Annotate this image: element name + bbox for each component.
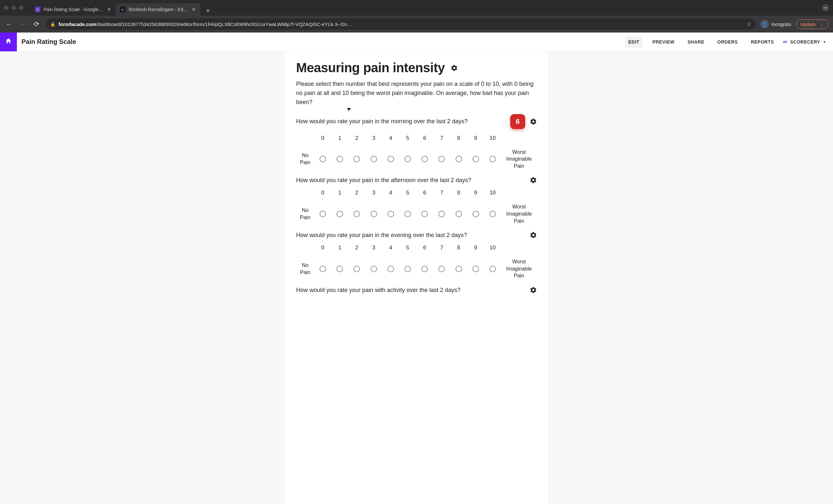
window-menu-button[interactable]: ▾	[822, 4, 829, 11]
bookmark-star-icon[interactable]: ☆	[746, 21, 751, 28]
radio-option[interactable]	[319, 156, 326, 162]
radio-option[interactable]	[473, 156, 479, 162]
radio-option[interactable]	[473, 266, 479, 272]
brand-menu[interactable]: ∞ SCORECERY ▼	[783, 39, 827, 45]
caret-down-icon: ▼	[823, 40, 827, 44]
scale-number: 4	[382, 245, 399, 251]
radio-cell	[484, 266, 501, 272]
nav-tab-reports[interactable]: REPORTS	[747, 36, 777, 48]
forward-button[interactable]: →	[18, 20, 27, 29]
scale-grid: 012345678910No PainWorst Imaginable Pain	[296, 190, 537, 224]
incognito-indicator[interactable]: 👤 Incognito	[760, 20, 791, 28]
radio-option[interactable]	[473, 211, 479, 217]
reload-button[interactable]: ⟳	[32, 20, 41, 29]
question-settings-button[interactable]	[530, 286, 537, 294]
radio-cell	[348, 266, 365, 272]
radio-cell	[331, 156, 348, 162]
radio-option[interactable]	[404, 156, 411, 162]
question-row: How would you rate your pain in the morn…	[296, 114, 537, 129]
section-title: Measuring pain intensity	[296, 60, 445, 75]
tab-title: Boobesh Ramalingam - Editor	[129, 7, 188, 12]
radio-option[interactable]	[387, 211, 394, 217]
scale-number: 0	[314, 135, 331, 142]
nav-tab-orders[interactable]: ORDERS	[714, 36, 741, 48]
radio-cell	[348, 156, 365, 162]
traffic-close[interactable]	[4, 5, 8, 10]
radio-option[interactable]	[353, 156, 360, 162]
nav-tab-share[interactable]: SHARE	[684, 36, 708, 48]
scale-number: 10	[484, 135, 501, 142]
question-settings-button[interactable]	[530, 231, 537, 239]
radio-option[interactable]	[404, 211, 411, 217]
gear-icon	[530, 118, 537, 125]
form-card: Measuring pain intensity Please select t…	[284, 51, 549, 504]
radio-option[interactable]	[456, 156, 462, 162]
radio-option[interactable]	[421, 156, 428, 162]
radio-option[interactable]	[387, 266, 394, 272]
gear-icon	[530, 231, 537, 239]
traffic-zoom[interactable]	[19, 5, 23, 10]
scale-label-left: No Pain	[296, 152, 314, 166]
radio-option[interactable]	[371, 211, 377, 217]
radio-option[interactable]	[438, 211, 445, 217]
radio-option[interactable]	[336, 266, 343, 272]
address-bar[interactable]: 🔒 formfacade.com/dashboard/1013977534256…	[46, 19, 756, 30]
radio-option[interactable]	[490, 266, 496, 272]
radio-option[interactable]	[371, 156, 377, 162]
browser-tab-1[interactable]: ∞ Boobesh Ramalingam - Editor ✕	[116, 3, 200, 16]
nav-tab-preview[interactable]: PREVIEW	[649, 36, 678, 48]
scale-number: 6	[416, 190, 433, 196]
browser-tab-0[interactable]: ≡ Pain Rating Scale - Google For… ✕	[31, 3, 116, 16]
new-tab-button[interactable]: +	[203, 6, 213, 16]
scale-number: 2	[348, 190, 365, 196]
radio-option[interactable]	[438, 156, 445, 162]
scale-number: 1	[331, 245, 348, 251]
radio-option[interactable]	[490, 211, 496, 217]
scale-number: 2	[348, 245, 365, 251]
radio-cell	[399, 266, 416, 272]
brand-label: SCORECERY	[790, 39, 820, 45]
nav-tab-edit[interactable]: EDIT	[625, 36, 643, 48]
back-button[interactable]: ←	[4, 20, 14, 29]
radio-option[interactable]	[336, 211, 343, 217]
scale-number: 6	[416, 135, 433, 142]
header-nav: EDIT PREVIEW SHARE ORDERS REPORTS	[625, 36, 777, 48]
close-icon[interactable]: ✕	[192, 6, 196, 12]
radio-option[interactable]	[490, 156, 496, 162]
scale-number: 10	[484, 245, 501, 251]
incognito-icon: 👤	[760, 20, 769, 28]
radio-cell	[331, 266, 348, 272]
radio-cell	[314, 156, 331, 162]
radio-option[interactable]	[336, 156, 343, 162]
radio-option[interactable]	[371, 266, 377, 272]
scale-number: 8	[450, 245, 467, 251]
radio-option[interactable]	[404, 266, 411, 272]
radio-option[interactable]	[421, 266, 428, 272]
radio-option[interactable]	[387, 156, 394, 162]
radio-option[interactable]	[456, 266, 462, 272]
scale-number: 6	[416, 245, 433, 251]
radio-option[interactable]	[456, 211, 462, 217]
radio-option[interactable]	[353, 211, 360, 217]
question-settings-button[interactable]	[530, 118, 537, 125]
scale-number: 8	[450, 135, 467, 142]
home-icon	[5, 37, 12, 47]
radio-option[interactable]	[353, 266, 360, 272]
scale-number: 8	[450, 190, 467, 196]
question-settings-button[interactable]	[530, 177, 537, 184]
close-icon[interactable]: ✕	[107, 6, 111, 12]
radio-option[interactable]	[319, 211, 326, 217]
kebab-menu-icon[interactable]: ⋮	[819, 21, 824, 27]
scale-number: 9	[467, 135, 484, 142]
question-actions: 6	[510, 114, 537, 129]
question-actions	[530, 286, 537, 294]
radio-option[interactable]	[319, 266, 326, 272]
radio-option[interactable]	[438, 266, 445, 272]
traffic-minimize[interactable]	[11, 5, 16, 10]
update-button[interactable]: Update ⋮	[796, 20, 829, 29]
home-button[interactable]	[0, 32, 17, 51]
section-settings-button[interactable]	[451, 65, 458, 72]
question-block: How would you rate your pain in the afte…	[296, 177, 537, 224]
scale-number: 7	[433, 135, 450, 142]
radio-option[interactable]	[421, 211, 428, 217]
